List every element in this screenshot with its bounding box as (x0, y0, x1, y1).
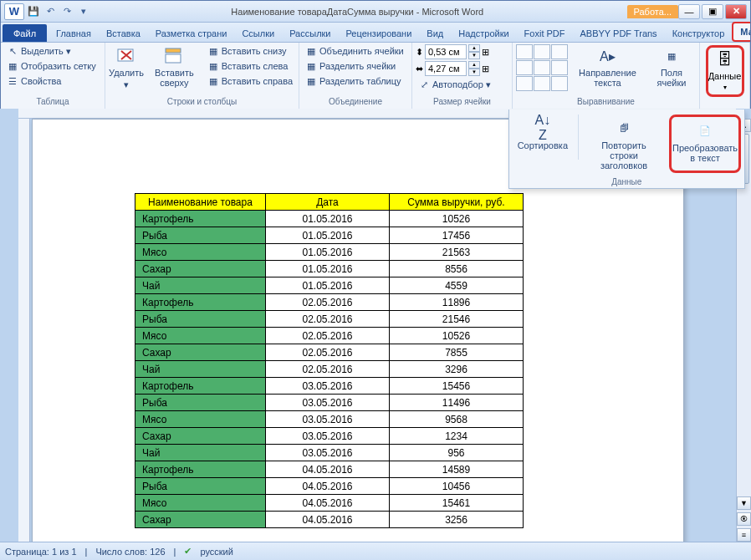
qat-dropdown-icon[interactable]: ▾ (76, 4, 91, 19)
insert-below-button[interactable]: ▦Вставить снизу (205, 44, 295, 58)
table-row[interactable]: Сахар01.05.20168556 (135, 261, 524, 277)
table-cell[interactable]: 3256 (390, 512, 524, 528)
table-cell[interactable]: Чай (135, 361, 266, 378)
align-mc[interactable] (534, 60, 550, 75)
insert-left-button[interactable]: ▦Вставить слева (205, 59, 295, 73)
tab-foxit[interactable]: Foxit PDF (517, 24, 573, 42)
table-cell[interactable]: 9568 (390, 411, 524, 428)
table-cell[interactable]: 21563 (390, 244, 524, 261)
table-header[interactable]: Наименование товара (135, 194, 266, 211)
table-cell[interactable]: 10526 (390, 328, 524, 344)
tab-abbyy[interactable]: ABBYY PDF Trans (573, 24, 665, 42)
table-cell[interactable]: 4559 (390, 277, 524, 294)
distribute-rows-icon[interactable]: ⊞ (482, 47, 489, 58)
vertical-ruler[interactable] (18, 119, 30, 542)
table-cell[interactable]: Мясо (135, 244, 266, 261)
table-cell[interactable]: 3296 (390, 361, 524, 378)
table-cell[interactable]: 03.05.2016 (266, 395, 390, 411)
table-cell[interactable]: Сахар (135, 512, 266, 528)
table-cell[interactable]: Мясо (135, 411, 266, 428)
table-row[interactable]: Картофель03.05.201615456 (135, 378, 524, 395)
status-page[interactable]: Страница: 1 из 1 (5, 547, 77, 557)
width-down[interactable]: ▼ (468, 69, 480, 76)
table-row[interactable]: Картофель02.05.201611896 (135, 294, 524, 311)
insert-right-button[interactable]: ▦Вставить справа (205, 74, 295, 88)
table-cell[interactable]: 11896 (390, 294, 524, 311)
table-cell[interactable]: 01.05.2016 (266, 227, 390, 244)
table-cell[interactable]: Сахар (135, 428, 266, 445)
restore-button[interactable]: ▣ (702, 4, 723, 19)
cell-margins-button[interactable]: ▦ Поля ячейки (647, 44, 696, 89)
table-cell[interactable]: 01.05.2016 (266, 211, 390, 227)
align-tc[interactable] (534, 44, 550, 59)
align-tr[interactable] (551, 44, 568, 59)
table-cell[interactable]: 02.05.2016 (266, 344, 390, 361)
col-width-field[interactable]: ⬌ ▲▼ ⊞ (416, 61, 493, 76)
table-cell[interactable]: Картофель (135, 211, 266, 227)
autofit-button[interactable]: ⤢Автоподбор▾ (416, 78, 493, 91)
data-table[interactable]: Наименование товараДатаСумма выручки, ру… (135, 193, 524, 528)
tab-page-layout[interactable]: Разметка страни (148, 24, 235, 42)
align-ml[interactable] (516, 60, 533, 75)
align-bl[interactable] (516, 76, 533, 91)
table-row[interactable]: Сахар03.05.20161234 (135, 428, 524, 445)
tab-layout[interactable]: Макет (732, 22, 751, 42)
prev-page-icon[interactable]: ⦿ (737, 512, 751, 526)
table-cell[interactable]: 02.05.2016 (266, 361, 390, 378)
text-direction-button[interactable]: A▸ Направление текста (571, 44, 644, 89)
table-cell[interactable]: 8556 (390, 261, 524, 277)
table-cell[interactable]: 02.05.2016 (266, 328, 390, 344)
select-button[interactable]: ↖Выделить▾ (4, 44, 99, 58)
data-dropdown-button[interactable]: 🗄 Данные ▾ (706, 45, 744, 97)
tab-view[interactable]: Вид (419, 24, 451, 42)
redo-icon[interactable]: ↷ (59, 4, 74, 19)
align-tl[interactable] (516, 44, 533, 59)
convert-to-text-button[interactable]: 📄 Преобразовать в текст (669, 115, 741, 173)
save-icon[interactable]: 💾 (26, 4, 41, 19)
table-cell[interactable]: 10526 (390, 211, 524, 227)
row-height-input[interactable] (425, 44, 467, 59)
table-row[interactable]: Рыба01.05.201617456 (135, 227, 524, 244)
spellcheck-icon[interactable]: ✔ (184, 546, 192, 557)
close-button[interactable]: ✕ (725, 4, 747, 19)
table-header[interactable]: Сумма выручки, руб. (390, 194, 524, 211)
table-cell[interactable]: 956 (390, 445, 524, 461)
table-cell[interactable]: Картофель (135, 294, 266, 311)
table-cell[interactable]: Чай (135, 445, 266, 461)
table-cell[interactable]: 04.05.2016 (266, 512, 390, 528)
table-cell[interactable]: 04.05.2016 (266, 461, 390, 478)
table-cell[interactable]: 01.05.2016 (266, 244, 390, 261)
minimize-button[interactable]: ― (678, 4, 700, 19)
table-cell[interactable]: 01.05.2016 (266, 261, 390, 277)
table-row[interactable]: Мясо01.05.201621563 (135, 244, 524, 261)
table-row[interactable]: Рыба04.05.201610456 (135, 478, 524, 495)
table-cell[interactable]: Рыба (135, 227, 266, 244)
table-cell[interactable]: 03.05.2016 (266, 378, 390, 395)
tab-file[interactable]: Файл (3, 24, 47, 42)
tab-addins[interactable]: Надстройки (451, 24, 516, 42)
table-cell[interactable]: Мясо (135, 495, 266, 512)
properties-button[interactable]: ☰Свойства (4, 74, 99, 88)
table-cell[interactable]: 04.05.2016 (266, 495, 390, 512)
table-cell[interactable]: 03.05.2016 (266, 428, 390, 445)
table-cell[interactable]: Рыба (135, 395, 266, 411)
align-br[interactable] (551, 76, 568, 91)
table-header[interactable]: Дата (266, 194, 390, 211)
table-row[interactable]: Картофель01.05.201610526 (135, 211, 524, 227)
delete-button[interactable]: Удалить▾ (109, 44, 144, 92)
table-row[interactable]: Рыба02.05.201621546 (135, 311, 524, 328)
table-row[interactable]: Мясо02.05.201610526 (135, 328, 524, 344)
distribute-cols-icon[interactable]: ⊞ (482, 64, 489, 74)
table-cell[interactable]: 7855 (390, 344, 524, 361)
table-cell[interactable]: 14589 (390, 461, 524, 478)
height-down[interactable]: ▼ (468, 52, 480, 59)
col-width-input[interactable] (425, 61, 467, 76)
table-cell[interactable]: Картофель (135, 461, 266, 478)
table-row[interactable]: Рыба03.05.201611496 (135, 395, 524, 411)
table-cell[interactable]: 03.05.2016 (266, 411, 390, 428)
view-gridlines-button[interactable]: ▦Отобразить сетку (4, 59, 99, 73)
table-row[interactable]: Картофель04.05.201614589 (135, 461, 524, 478)
app-icon[interactable]: W (4, 3, 24, 20)
table-cell[interactable]: 04.05.2016 (266, 478, 390, 495)
table-cell[interactable]: Рыба (135, 311, 266, 328)
